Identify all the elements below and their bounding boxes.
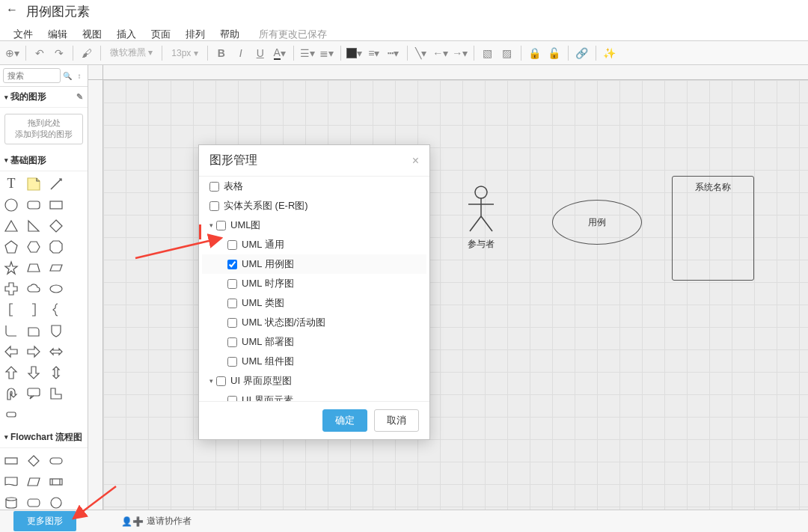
tree-item[interactable]: UML 状态图/活动图 [202, 313, 426, 332]
tree-item[interactable]: UML 通用 [202, 235, 426, 254]
tree-label: UML 类图 [242, 296, 284, 310]
selection-marker [199, 224, 201, 239]
tree-checkbox[interactable] [216, 221, 226, 230]
tree-checkbox[interactable] [209, 182, 219, 192]
tree-checkbox[interactable] [227, 240, 237, 250]
tree-checkbox[interactable] [227, 299, 237, 308]
tree-item[interactable]: UML 时序图 [202, 274, 426, 293]
dialog-overlay: 图形管理 × 表格实体关系图 (E-R图)▾UML图UML 通用UML 用例图U… [0, 0, 808, 532]
tree-item[interactable]: UML 组件图 [202, 352, 426, 371]
tree-checkbox[interactable] [216, 376, 226, 386]
tree-label: UML 状态图/活动图 [242, 316, 325, 329]
expand-icon[interactable]: ▾ [209, 221, 213, 229]
cancel-button[interactable]: 取消 [374, 409, 419, 432]
dialog-header: 图形管理 × [199, 145, 429, 177]
tree-item[interactable]: 实体关系图 (E-R图) [202, 196, 426, 215]
tree-item[interactable]: UML 部署图 [202, 332, 426, 352]
tree-item[interactable]: UML 用例图 [202, 254, 426, 274]
tree-label: UML 组件图 [242, 355, 294, 368]
dialog-title: 图形管理 [209, 153, 257, 168]
tree-item[interactable]: UI 界面元素 [202, 391, 426, 401]
close-icon[interactable]: × [412, 154, 419, 168]
tree-label: UML 通用 [242, 238, 284, 251]
tree-item[interactable]: ▾UML图 [202, 215, 426, 235]
tree-item[interactable]: ▾UI 界面原型图 [202, 371, 426, 391]
tree-label: UI 界面原型图 [230, 374, 292, 388]
tree-checkbox[interactable] [227, 357, 237, 367]
dialog-body[interactable]: 表格实体关系图 (E-R图)▾UML图UML 通用UML 用例图UML 时序图U… [199, 177, 429, 401]
tree-checkbox[interactable] [227, 279, 237, 289]
tree-label: 实体关系图 (E-R图) [224, 199, 308, 213]
ok-button[interactable]: 确定 [322, 409, 367, 432]
tree-label: UML 时序图 [242, 277, 294, 290]
tree-label: UML图 [230, 218, 260, 232]
tree-checkbox[interactable] [227, 260, 237, 269]
tree-label: UI 界面元素 [242, 394, 293, 401]
tree-checkbox[interactable] [227, 337, 237, 347]
tree-item[interactable]: UML 类图 [202, 293, 426, 313]
expand-icon[interactable]: ▾ [209, 377, 213, 385]
tree-label: UML 部署图 [242, 335, 294, 349]
tree-label: 表格 [224, 180, 243, 193]
tree-item[interactable]: 表格 [202, 177, 426, 196]
tree-checkbox[interactable] [209, 201, 219, 211]
dialog-footer: 确定 取消 [199, 401, 429, 439]
tree-checkbox[interactable] [227, 318, 237, 328]
tree-label: UML 用例图 [242, 257, 294, 271]
tree-checkbox[interactable] [227, 396, 237, 402]
shapes-manager-dialog: 图形管理 × 表格实体关系图 (E-R图)▾UML图UML 通用UML 用例图U… [198, 144, 430, 440]
